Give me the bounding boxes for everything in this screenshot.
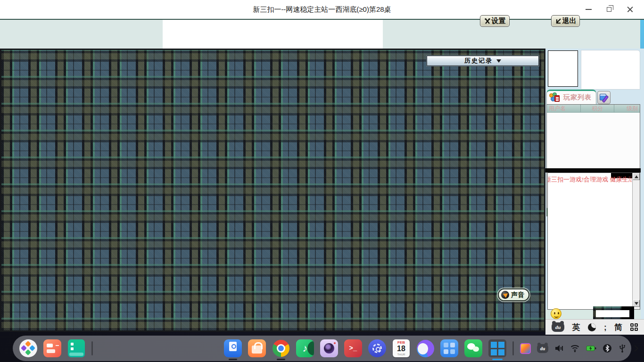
minimize-button[interactable] — [578, 0, 599, 19]
control-center-icon — [368, 339, 386, 357]
ime-script-toggle[interactable]: 简 — [614, 323, 622, 331]
wechat-icon — [464, 339, 482, 357]
battery-icon — [586, 345, 596, 352]
tab-player-list[interactable]: 玩家列表 — [546, 90, 596, 104]
close-button[interactable] — [619, 0, 640, 19]
bluetooth-button[interactable] — [603, 339, 612, 357]
calendar-icon: FEB 18 THUR — [393, 339, 410, 357]
avatar — [548, 50, 578, 87]
column-username[interactable]: 用户名 — [547, 105, 581, 112]
bluetooth-icon — [603, 344, 612, 353]
baidu-ime-tray-button[interactable]: du — [537, 339, 548, 357]
chevron-right-icon — [633, 344, 639, 353]
multitasking-button[interactable] — [43, 339, 61, 357]
window-controls — [578, 0, 640, 19]
green-app-button[interactable] — [67, 339, 85, 357]
column-level[interactable]: 级别 — [614, 105, 640, 112]
scroll-up-button[interactable] — [633, 173, 640, 180]
player-list-header: 用户名 积分 级别 — [547, 105, 640, 113]
sound-toggle-button[interactable]: 声音 — [498, 288, 529, 301]
wifi-button[interactable] — [570, 339, 580, 357]
app-header — [0, 20, 644, 49]
volume-button[interactable] — [554, 339, 564, 357]
window-titlebar: 新三扣一--网速稳定主站一西湖底(≥0)第28桌 — [0, 0, 644, 19]
terminal-icon: >_ — [344, 339, 362, 357]
close-icon — [627, 7, 633, 13]
triangle-down-icon — [635, 302, 638, 305]
sidebar: 玩家列表 用户名 积分 级别 新三扣一游戏!合理游戏 健康生活 — [545, 49, 644, 319]
usb-button[interactable] — [618, 339, 627, 357]
wechat-button[interactable] — [464, 339, 482, 357]
scroll-down-button[interactable] — [633, 300, 640, 307]
dock-separator — [91, 341, 93, 355]
app-store-icon — [248, 339, 266, 357]
ime-language-toggle[interactable]: 英 — [572, 323, 580, 331]
file-manager-icon — [224, 339, 242, 357]
app-store-button[interactable] — [248, 339, 266, 357]
calculator-icon — [440, 339, 458, 357]
baidu-ime-text: du — [555, 324, 561, 330]
taskbar: ♪ >_ FEB 18 THUR du — [13, 336, 631, 361]
ime-punctuation-toggle[interactable]: ; — [604, 323, 607, 331]
speaker-icon — [501, 291, 509, 299]
browser-button[interactable] — [416, 339, 434, 357]
sound-label: 声音 — [511, 291, 524, 299]
game-window-icon — [488, 339, 506, 357]
music-button[interactable]: ♪ — [296, 339, 314, 357]
tray-expand-button[interactable] — [633, 339, 639, 357]
game-tray-button[interactable] — [520, 339, 531, 357]
emoticon-button[interactable] — [551, 308, 561, 319]
calculator-button[interactable] — [440, 339, 458, 357]
calendar-month: FEB — [397, 341, 405, 345]
game-tray-icon — [520, 343, 531, 354]
battery-button[interactable] — [586, 339, 596, 357]
history-dropdown-button[interactable]: 历史记录 — [427, 56, 539, 66]
music-icon: ♪ — [296, 339, 314, 357]
chat-settings-icon — [600, 93, 608, 102]
players-icon — [549, 92, 561, 103]
baidu-ime-tray-icon: du — [537, 344, 548, 353]
moon-icon[interactable] — [588, 323, 596, 331]
marquee-text: 新三扣一游戏!合理游戏 健康生活 — [548, 175, 632, 183]
tools-icon — [484, 18, 491, 25]
launcher-icon — [19, 339, 37, 357]
chrome-icon — [272, 340, 289, 357]
restore-button[interactable] — [599, 0, 619, 19]
usb-icon — [618, 344, 627, 353]
tray-separator — [512, 341, 514, 355]
browser-icon — [417, 340, 434, 357]
chat-vscrollbar[interactable] — [632, 173, 640, 309]
chrome-button[interactable] — [272, 339, 290, 357]
ime-toolbar: du 英 ; 简 — [545, 319, 644, 335]
exit-button[interactable]: 退出 — [551, 15, 580, 27]
marquee-area: 新三扣一游戏!合理游戏 健康生活 — [548, 175, 632, 183]
calendar-button[interactable]: FEB 18 THUR — [392, 339, 410, 357]
camera-icon — [320, 339, 338, 357]
header-white-panel — [163, 20, 383, 49]
file-manager-button[interactable] — [224, 339, 242, 357]
ime-menu-grid-icon[interactable] — [630, 323, 638, 331]
triangle-up-icon — [635, 175, 638, 178]
launcher-button[interactable] — [19, 339, 37, 357]
baidu-ime-logo-icon[interactable]: du — [552, 322, 564, 332]
exit-label: 退出 — [562, 16, 577, 25]
player-info-panel — [581, 50, 640, 90]
game-window-button[interactable] — [488, 339, 506, 357]
chat-input[interactable] — [596, 310, 629, 317]
screen: 新三扣一--网速稳定主站一西湖底(≥0)第28桌 设置 退出 历史记录 — [0, 0, 644, 362]
tab-player-list-label: 玩家列表 — [563, 93, 592, 102]
calendar-weekday: THUR — [397, 353, 405, 356]
control-center-button[interactable] — [368, 339, 386, 357]
restore-icon — [607, 7, 611, 12]
camera-button[interactable] — [320, 339, 338, 357]
column-score[interactable]: 积分 — [581, 105, 614, 112]
tab-chat-settings[interactable] — [597, 91, 611, 104]
chevron-down-icon — [496, 59, 501, 63]
game-table-area: 历史记录 声音 — [0, 49, 545, 332]
terminal-button[interactable]: >_ — [344, 339, 362, 357]
settings-button[interactable]: 设置 — [480, 15, 510, 27]
history-label: 历史记录 — [464, 57, 493, 65]
exit-arrow-icon — [555, 18, 561, 25]
calendar-day: 18 — [397, 345, 405, 353]
wifi-icon — [570, 344, 580, 353]
